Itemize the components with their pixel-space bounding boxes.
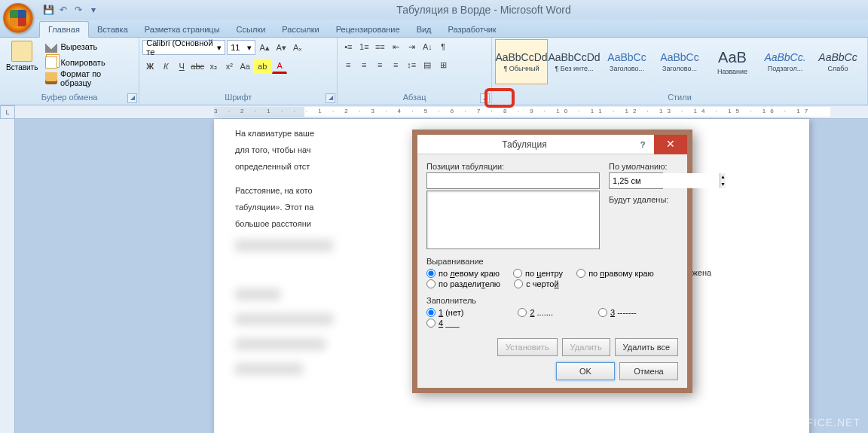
will-be-deleted-label: Будут удалены: bbox=[609, 195, 678, 204]
align-left-radio[interactable]: по левому краю bbox=[426, 269, 500, 278]
undo-icon[interactable]: ↶ bbox=[57, 4, 69, 16]
shrink-font-button[interactable]: A▾ bbox=[274, 40, 289, 55]
styles-group-label: Стили bbox=[495, 91, 864, 105]
clipboard-group-label: Буфер обмена bbox=[3, 91, 136, 105]
clear-format-button[interactable]: Aₓ bbox=[290, 40, 305, 55]
align-decimal-radio[interactable]: по разделителю bbox=[426, 279, 500, 288]
default-tab-label: По умолчанию: bbox=[609, 162, 678, 171]
spin-down-icon[interactable]: ▼ bbox=[720, 181, 726, 188]
inc-indent-button[interactable]: ⇥ bbox=[404, 39, 419, 54]
align-center-radio[interactable]: по центру bbox=[513, 269, 563, 278]
horizontal-ruler[interactable]: 3 · 2 · 1 · · · 1 · 2 · 3 · 4 · 5 · 6 · … bbox=[15, 105, 868, 119]
tab-insert[interactable]: Вставка bbox=[89, 22, 136, 37]
tab-positions-label: Позиции табуляции: bbox=[426, 162, 600, 171]
cancel-button[interactable]: Отмена bbox=[619, 362, 678, 380]
styles-gallery[interactable]: AaBbCcDd¶ ОбычныйAaBbCcDd¶ Без инте...Aa… bbox=[495, 39, 864, 84]
style-item[interactable]: AaBНазвание bbox=[706, 39, 759, 84]
numbering-button[interactable]: 1≡ bbox=[356, 39, 371, 54]
tab-selector[interactable]: L bbox=[0, 105, 15, 119]
bold-button[interactable]: Ж bbox=[142, 59, 157, 74]
font-color-button[interactable]: A bbox=[272, 59, 287, 74]
close-button[interactable]: ✕ bbox=[654, 135, 687, 154]
tab-view[interactable]: Вид bbox=[408, 22, 440, 37]
copy-icon bbox=[45, 56, 57, 69]
dec-indent-button[interactable]: ⇤ bbox=[388, 39, 403, 54]
align-left-button[interactable]: ≡ bbox=[341, 57, 356, 72]
font-name-combo[interactable]: Calibri (Основной те▾ bbox=[142, 40, 225, 55]
paste-label: Вставить bbox=[6, 63, 38, 72]
style-item[interactable]: AaBbCcСлабо bbox=[811, 39, 864, 84]
bullets-button[interactable]: •≡ bbox=[341, 39, 356, 54]
window-title: Табуляция в Ворде - Microsoft Word bbox=[99, 4, 868, 16]
help-button[interactable]: ? bbox=[631, 140, 654, 149]
leader-2-radio[interactable]: 2 ....... bbox=[518, 308, 553, 317]
paragraph-group-label: Абзац bbox=[341, 91, 488, 105]
tab-position-input[interactable] bbox=[426, 172, 600, 189]
clipboard-launcher[interactable]: ◢ bbox=[127, 93, 137, 103]
delete-all-button[interactable]: Удалить все bbox=[615, 338, 678, 356]
align-right-button[interactable]: ≡ bbox=[372, 57, 387, 72]
shading-button[interactable]: ▤ bbox=[420, 57, 435, 72]
office-logo-icon bbox=[10, 10, 26, 26]
change-case-button[interactable]: Aa bbox=[237, 59, 252, 74]
ok-button[interactable]: OK bbox=[556, 362, 615, 380]
superscript-button[interactable]: x² bbox=[222, 59, 237, 74]
office-button[interactable] bbox=[3, 3, 33, 33]
watermark: FREE-OFFICE.NET bbox=[741, 416, 860, 428]
paste-button[interactable]: Вставить bbox=[3, 39, 41, 73]
leader-4-radio[interactable]: 4 ___ bbox=[426, 319, 460, 328]
show-marks-button[interactable]: ¶ bbox=[436, 39, 451, 54]
style-item[interactable]: AaBbCc.Подзагол... bbox=[759, 39, 811, 84]
default-tab-spinner[interactable]: ▲▼ bbox=[609, 172, 663, 189]
highlight-annotation bbox=[484, 88, 515, 108]
tab-developer[interactable]: Разработчик bbox=[440, 22, 505, 37]
style-item[interactable]: AaBbCcDd¶ Без инте... bbox=[548, 39, 601, 84]
spin-up-icon[interactable]: ▲ bbox=[720, 173, 726, 181]
vertical-ruler[interactable] bbox=[0, 119, 15, 433]
tab-positions-list[interactable] bbox=[426, 191, 600, 249]
qat-more-icon[interactable]: ▾ bbox=[87, 4, 99, 16]
style-item[interactable]: AaBbCcЗаголово... bbox=[653, 39, 706, 84]
leader-1-radio[interactable]: 1 (нет) bbox=[426, 308, 463, 317]
chevron-down-icon: ▾ bbox=[247, 43, 252, 53]
tab-mailings[interactable]: Рассылки bbox=[274, 22, 327, 37]
align-bar-radio[interactable]: с чертой bbox=[514, 279, 558, 288]
tab-home[interactable]: Главная bbox=[39, 21, 89, 38]
underline-button[interactable]: Ч bbox=[174, 59, 189, 74]
redo-icon[interactable]: ↷ bbox=[72, 4, 84, 16]
default-tab-value[interactable] bbox=[610, 173, 720, 188]
align-right-radio[interactable]: по правому краю bbox=[576, 269, 654, 278]
align-center-button[interactable]: ≡ bbox=[356, 57, 371, 72]
copy-button[interactable]: Копировать bbox=[42, 55, 136, 70]
leader-3-radio[interactable]: 3 ------- bbox=[598, 308, 637, 317]
style-item[interactable]: AaBbCcDd¶ Обычный bbox=[495, 39, 548, 84]
format-painter-button[interactable]: Формат по образцу bbox=[42, 71, 136, 86]
font-launcher[interactable]: ◢ bbox=[326, 93, 335, 103]
delete-button[interactable]: Удалить bbox=[562, 338, 610, 356]
set-button[interactable]: Установить bbox=[497, 338, 558, 356]
dialog-title: Табуляция bbox=[417, 139, 631, 150]
borders-button[interactable]: ⊞ bbox=[436, 57, 451, 72]
multilevel-button[interactable]: ≡≡ bbox=[372, 39, 387, 54]
font-group-label: Шрифт bbox=[142, 91, 334, 105]
sort-button[interactable]: A↓ bbox=[420, 39, 435, 54]
chevron-down-icon: ▾ bbox=[217, 43, 222, 53]
italic-button[interactable]: К bbox=[158, 59, 173, 74]
cut-icon bbox=[45, 41, 57, 53]
font-size-combo[interactable]: 11▾ bbox=[227, 40, 255, 55]
tab-review[interactable]: Рецензирование bbox=[328, 22, 408, 37]
tabs-dialog: Табуляция ? ✕ Позиции табуляции: По умол… bbox=[412, 130, 692, 393]
highlight-button[interactable]: ab bbox=[253, 59, 271, 74]
line-spacing-button[interactable]: ↕≡ bbox=[404, 57, 419, 72]
ribbon-tabs: Главная Вставка Разметка страницы Ссылки… bbox=[0, 20, 868, 38]
brush-icon bbox=[45, 72, 57, 84]
justify-button[interactable]: ≡ bbox=[388, 57, 403, 72]
subscript-button[interactable]: x₂ bbox=[206, 59, 221, 74]
style-item[interactable]: AaBbCcЗаголово... bbox=[601, 39, 653, 84]
cut-button[interactable]: Вырезать bbox=[42, 39, 136, 54]
tab-references[interactable]: Ссылки bbox=[228, 22, 274, 37]
tab-page-layout[interactable]: Разметка страницы bbox=[136, 22, 228, 37]
strike-button[interactable]: abc bbox=[190, 59, 205, 74]
save-icon[interactable]: 💾 bbox=[42, 4, 54, 16]
grow-font-button[interactable]: A▴ bbox=[257, 40, 272, 55]
